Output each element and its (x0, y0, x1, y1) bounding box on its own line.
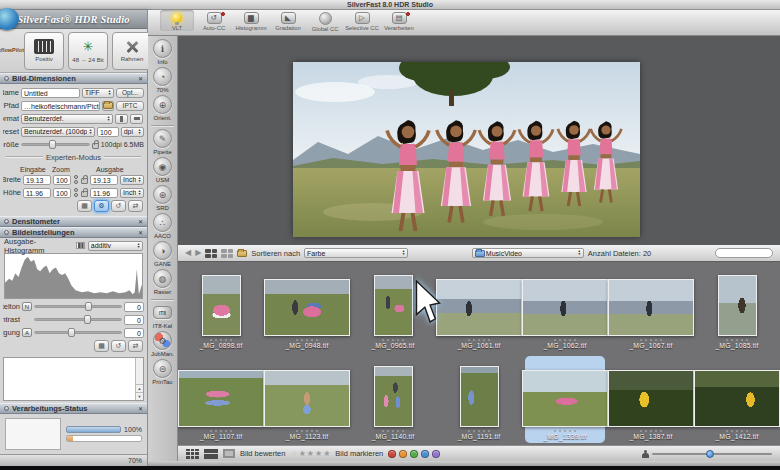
close-icon[interactable]: ✕ (138, 218, 143, 225)
toolbar-selective-cc[interactable]: ▷Selective CC (345, 10, 379, 31)
rating-dot-icon[interactable] (387, 339, 389, 341)
chain-link-icon[interactable] (73, 175, 79, 184)
toolbar-global-cc[interactable]: Global CC (308, 10, 342, 32)
thumbnail-mg-1412-tif[interactable]: _MG_1412.tif (694, 353, 780, 444)
browse-folder-button[interactable] (102, 101, 114, 111)
rating-dot-icon[interactable] (569, 430, 571, 432)
rating-dot-icon[interactable] (478, 339, 480, 341)
lock-icon[interactable] (81, 178, 88, 184)
landscape-orientation-button[interactable] (130, 114, 143, 124)
filetype-select[interactable]: TIFF (82, 88, 114, 98)
frame-list-button[interactable]: ▦ (77, 200, 92, 212)
rating-dot-icon[interactable] (210, 339, 212, 341)
lock-icon[interactable] (81, 191, 88, 197)
mark-color-2[interactable] (410, 450, 418, 458)
rating-dot-icon[interactable] (392, 430, 394, 432)
opt-button[interactable]: Opt... (116, 88, 144, 98)
verarbeitungs-status-header[interactable]: Verarbeitungs-Status ✕ (0, 403, 147, 414)
panel-collapse-icon[interactable] (4, 230, 9, 235)
thumbnail-mg-0948-tif[interactable]: _MG_0948.tif (264, 262, 350, 353)
rating-dot-icon[interactable] (215, 339, 217, 341)
bild-dimensionen-header[interactable]: Bild-Dimensionen ✕ (0, 73, 147, 84)
rating-dot-icon[interactable] (311, 430, 313, 432)
panel-scrollbar[interactable]: ▲ ▼ (135, 358, 143, 400)
rating-dot-icon[interactable] (468, 339, 470, 341)
slider-value[interactable]: 0 (124, 315, 144, 325)
settings-gear-button[interactable]: ⚙ (94, 200, 109, 212)
rating-dot-icon[interactable] (726, 339, 728, 341)
window-title-bar[interactable]: SilverFast 8.0 HDR Studio (0, 0, 780, 10)
unit-select[interactable]: Inch (120, 175, 144, 185)
ausgabe-input[interactable]: 11.96 (90, 188, 118, 198)
size-slider-knob[interactable] (49, 140, 56, 149)
rating-dot-icon[interactable] (564, 430, 566, 432)
tool-info[interactable]: ℹInfo (148, 39, 177, 65)
mark-color-0[interactable] (388, 450, 396, 458)
dpi-input[interactable]: 100 (97, 127, 119, 137)
histogram-mode-select[interactable]: additiv (88, 241, 143, 251)
rating-dot-icon[interactable] (316, 430, 318, 432)
sort-select[interactable]: Farbe (304, 248, 408, 258)
workflow-positiv[interactable]: Positiv (24, 32, 64, 70)
folder-select[interactable]: MusicVideo (472, 248, 584, 258)
lock-icon[interactable] (92, 143, 99, 149)
ausgabe-input[interactable]: 19.13 (90, 175, 118, 185)
chain-link-icon[interactable] (73, 188, 79, 197)
preview-photo[interactable] (293, 62, 640, 237)
rotate-button[interactable]: ↺ (111, 340, 126, 352)
rating-dot-icon[interactable] (402, 430, 404, 432)
rating-dot-icon[interactable] (554, 339, 556, 341)
rating-dot-icon[interactable] (645, 339, 647, 341)
workflow-rahmen[interactable]: Rahmen (112, 32, 152, 70)
rating-dot-icon[interactable] (488, 339, 490, 341)
refresh-button[interactable]: ⇄ (128, 340, 143, 352)
rating-dot-icon[interactable] (736, 339, 738, 341)
rating-dot-icon[interactable] (382, 430, 384, 432)
rating-dot-icon[interactable] (655, 430, 657, 432)
format-select[interactable]: Benutzerdef. (21, 114, 113, 124)
rating-dot-icon[interactable] (397, 430, 399, 432)
rating-dot-icon[interactable] (645, 430, 647, 432)
zoom-input[interactable]: 100 (53, 175, 71, 185)
panel-collapse-icon[interactable] (4, 406, 9, 411)
panel-collapse-icon[interactable] (4, 76, 9, 81)
tool-srd[interactable]: ⊛SRD (148, 185, 177, 211)
tool-70[interactable]: ◔70% (148, 67, 177, 93)
slider-knob[interactable] (84, 315, 91, 324)
workflow-pilot-icon[interactable] (0, 8, 19, 30)
rating-dot-icon[interactable] (230, 430, 232, 432)
rating-dot-icon[interactable] (488, 430, 490, 432)
rating-dot-icon[interactable] (640, 430, 642, 432)
star-icon[interactable]: ★ (323, 450, 330, 458)
rating-dot-icon[interactable] (473, 339, 475, 341)
dpi-unit-select[interactable]: dpi (121, 127, 144, 137)
tool-it8-kal[interactable]: IT8IT8-Kal (148, 303, 177, 329)
eingabe-input[interactable]: 11.96 (23, 188, 51, 198)
close-icon[interactable]: ✕ (138, 229, 143, 236)
rating-dot-icon[interactable] (660, 430, 662, 432)
slider-track[interactable] (34, 331, 122, 334)
row-view-icon[interactable] (204, 449, 218, 459)
rating-dot-icon[interactable] (301, 430, 303, 432)
thumbnail-mg-1339-tif[interactable]: _MG_1339.tif (522, 353, 608, 444)
workflow-48-24-bit[interactable]: ✳48 → 24 Bit (68, 32, 108, 70)
tool-aaco[interactable]: ∴AACO (148, 213, 177, 239)
reset-button[interactable]: ⇄ (128, 200, 143, 212)
rating-dot-icon[interactable] (210, 430, 212, 432)
thumbnail-mg-1387-tif[interactable]: _MG_1387.tif (608, 353, 694, 444)
thumbnail-mg-0898-tif[interactable]: _MG_0898.tif (178, 262, 264, 353)
rating-dot-icon[interactable] (392, 339, 394, 341)
panel-collapse-icon[interactable] (4, 219, 9, 224)
toolbar-auto-cc[interactable]: ↺Auto-CC (197, 10, 231, 31)
rating-dot-icon[interactable] (746, 430, 748, 432)
folder-icon[interactable] (237, 250, 247, 257)
rating-dot-icon[interactable] (478, 430, 480, 432)
size-slider-track[interactable] (652, 453, 772, 455)
thumbnail-mg-1062-tif[interactable]: _MG_1062.tif (522, 262, 608, 353)
tool-orient[interactable]: ⊕Orient. (148, 95, 177, 121)
rating-dot-icon[interactable] (559, 339, 561, 341)
portrait-orientation-button[interactable] (115, 114, 128, 124)
slider-value[interactable]: 0 (124, 328, 144, 338)
forward-icon[interactable]: ▶ (195, 249, 201, 257)
grid-view-icon[interactable] (205, 249, 217, 258)
